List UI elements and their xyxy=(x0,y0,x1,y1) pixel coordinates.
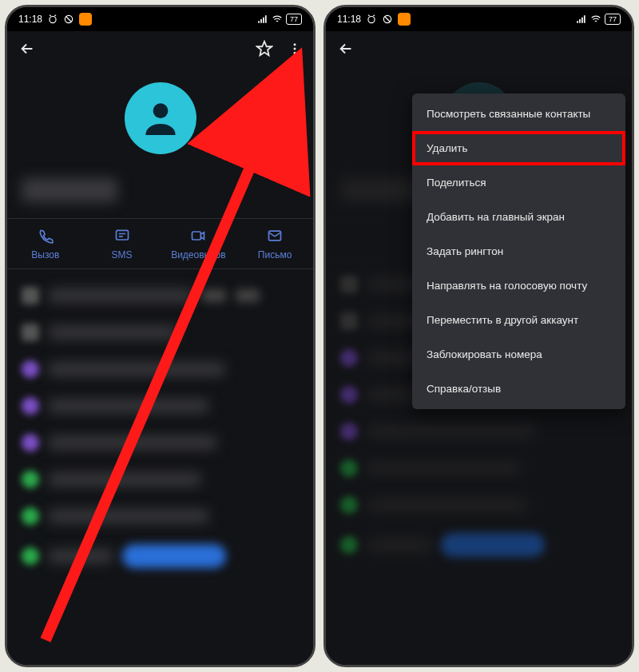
contact-name xyxy=(7,178,313,210)
video-label: Видеовызов xyxy=(171,249,225,260)
call-label: Вызов xyxy=(31,249,59,260)
svg-point-5 xyxy=(153,103,168,118)
contact-detail: Посмотреть связанные контакты Удалить По… xyxy=(326,66,632,665)
app-badge-icon xyxy=(79,13,92,26)
app-badge-icon xyxy=(398,13,411,26)
wifi-icon xyxy=(272,14,283,25)
email-action[interactable]: Письмо xyxy=(236,227,313,260)
contact-detail: Вызов SMS Видеовызов Письмо xyxy=(7,66,313,665)
video-icon xyxy=(189,227,207,245)
menu-item-move-account[interactable]: Переместить в другой аккаунт xyxy=(412,303,625,337)
alarm-icon xyxy=(366,14,377,25)
list-item[interactable] xyxy=(18,461,302,498)
dnd-icon xyxy=(63,14,74,25)
app-bar xyxy=(7,31,313,66)
status-bar: 11:18 77 xyxy=(7,7,313,31)
svg-point-0 xyxy=(50,17,56,23)
menu-item-linked-contacts[interactable]: Посмотреть связанные контакты xyxy=(412,97,625,131)
signal-icon xyxy=(576,14,587,25)
dnd-icon xyxy=(382,14,393,25)
menu-item-share[interactable]: Поделиться xyxy=(412,165,625,200)
list-item[interactable] xyxy=(18,498,302,535)
sms-icon xyxy=(113,227,131,245)
overflow-menu: Посмотреть связанные контакты Удалить По… xyxy=(412,93,625,409)
alarm-icon xyxy=(47,14,58,25)
list-item[interactable] xyxy=(18,424,302,461)
signal-icon xyxy=(257,14,268,25)
back-button[interactable] xyxy=(18,40,36,58)
phone-left: 11:18 77 xyxy=(5,5,316,667)
svg-rect-7 xyxy=(192,232,201,240)
app-bar xyxy=(326,31,632,66)
svg-rect-6 xyxy=(116,230,128,240)
wifi-icon xyxy=(590,14,601,25)
menu-item-delete[interactable]: Удалить xyxy=(412,131,625,165)
menu-item-voicemail[interactable]: Направлять на голосовую почту xyxy=(412,268,625,303)
list-item[interactable] xyxy=(18,535,302,578)
avatar-icon xyxy=(125,82,196,154)
svg-point-3 xyxy=(294,48,296,50)
menu-item-add-home[interactable]: Добавить на главный экран xyxy=(412,200,625,234)
call-action[interactable]: Вызов xyxy=(7,227,84,260)
list-item[interactable] xyxy=(18,351,302,388)
list-item[interactable] xyxy=(18,314,302,351)
avatar-area xyxy=(7,66,313,178)
status-time: 11:18 xyxy=(18,14,42,25)
sms-label: SMS xyxy=(112,249,133,260)
email-label: Письмо xyxy=(258,249,292,260)
star-button[interactable] xyxy=(256,40,273,58)
action-row: Вызов SMS Видеовызов Письмо xyxy=(7,218,313,269)
battery-indicator: 77 xyxy=(286,14,302,25)
menu-item-help[interactable]: Справка/отзыв xyxy=(412,372,625,406)
phone-right: 11:18 77 xyxy=(323,5,634,667)
menu-item-ringtone[interactable]: Задать рингтон xyxy=(412,234,625,268)
svg-point-2 xyxy=(294,43,296,46)
menu-item-block[interactable]: Заблокировать номера xyxy=(412,337,625,372)
list-item[interactable] xyxy=(18,388,302,424)
status-bar: 11:18 77 xyxy=(326,7,632,31)
svg-point-10 xyxy=(368,17,375,23)
video-action[interactable]: Видеовызов xyxy=(161,227,237,260)
battery-indicator: 77 xyxy=(605,14,621,25)
sms-action[interactable]: SMS xyxy=(84,227,161,260)
svg-point-4 xyxy=(294,52,296,54)
status-time: 11:18 xyxy=(337,14,361,25)
back-button[interactable] xyxy=(337,40,355,58)
call-icon xyxy=(37,227,54,245)
contact-info-list xyxy=(7,269,313,586)
list-item[interactable] xyxy=(18,277,302,314)
email-icon xyxy=(266,227,284,245)
more-button[interactable] xyxy=(288,40,302,58)
